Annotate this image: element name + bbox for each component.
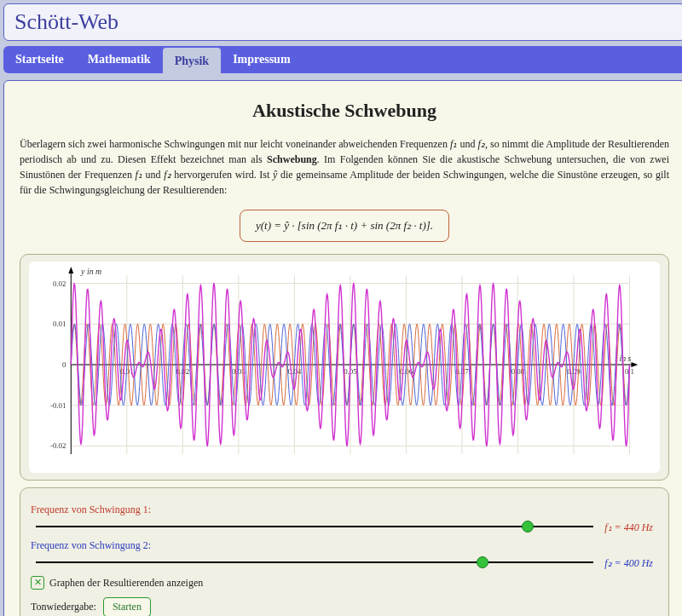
freq1-label: Frequenz von Schwingung 1: (31, 502, 658, 517)
svg-text:-0.01: -0.01 (50, 400, 66, 409)
content-area: Akustische Schwebung Überlagern sich zwe… (3, 80, 682, 616)
svg-text:y in m: y in m (80, 266, 101, 275)
nav-impressum[interactable]: Impressum (221, 46, 302, 73)
freq1-value: f₁ = 440 Hz (604, 520, 653, 535)
freq2-value: f₂ = 400 Hz (604, 556, 653, 571)
play-button[interactable]: Starten (103, 597, 151, 617)
main-nav: Startseite Mathematik Physik Impressum (3, 46, 682, 73)
nav-physik[interactable]: Physik (163, 48, 221, 73)
svg-text:0: 0 (62, 360, 66, 368)
beat-chart[interactable]: 0.010.020.030.040.050.060.070.080.090.1-… (34, 265, 655, 469)
chart-panel: 0.010.020.030.040.050.060.070.080.090.1-… (20, 254, 669, 481)
svg-text:0.01: 0.01 (53, 320, 66, 328)
nav-startseite[interactable]: Startseite (3, 46, 76, 73)
formula: y(t) = ŷ · [sin (2π f₁ · t) + sin (2π f₂… (240, 210, 449, 242)
svg-text:0.02: 0.02 (53, 279, 66, 287)
site-title: Schött-Web (3, 3, 682, 41)
controls-panel: Frequenz von Schwingung 1: f₁ = 440 Hz F… (20, 487, 669, 617)
nav-mathematik[interactable]: Mathematik (76, 46, 163, 73)
page-title: Akustische Schwebung (20, 96, 669, 124)
freq1-slider[interactable]: f₁ = 440 Hz (36, 522, 653, 531)
svg-text:-0.02: -0.02 (50, 441, 66, 450)
intro-text: Überlagern sich zwei harmonische Schwing… (20, 136, 669, 198)
checkbox-label: Graphen der Resultierenden anzeigen (49, 575, 203, 590)
freq2-slider[interactable]: f₂ = 400 Hz (36, 558, 653, 567)
freq2-label: Frequenz von Schwingung 2: (31, 538, 658, 553)
show-result-checkbox[interactable]: ✕ (31, 576, 44, 590)
svg-marker-19 (68, 267, 73, 273)
playback-label: Tonwiedergabe: (31, 599, 96, 614)
